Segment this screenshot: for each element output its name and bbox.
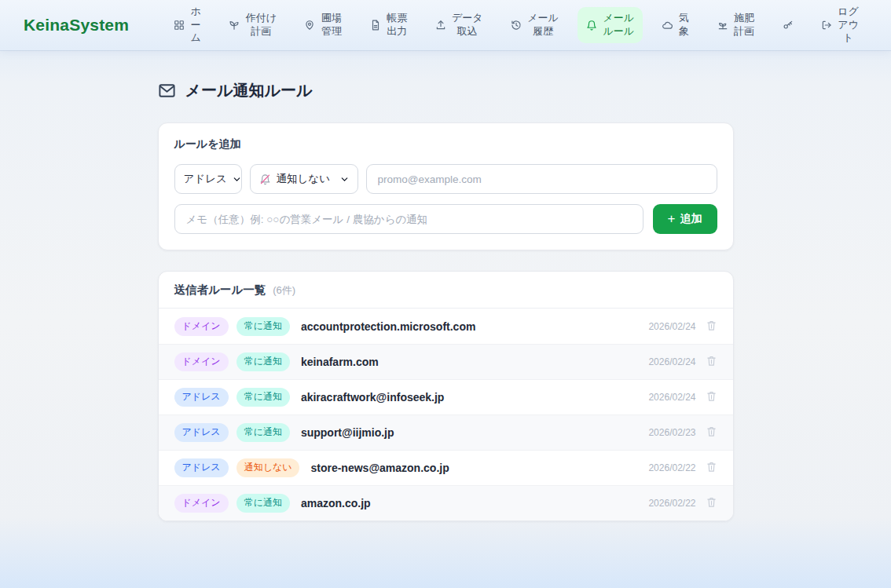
mail-icon [158,82,176,100]
nav-item-label: 帳票出力 [387,12,408,38]
nav-item-label: ログアウト [838,5,859,46]
rule-type-badge: アドレス [174,423,229,442]
page-header: メール通知ルール [158,80,734,101]
rule-action-badge: 常に通知 [236,388,290,407]
rule-date: 2026/02/23 [648,427,695,438]
nav-item-label: 施肥計画 [734,12,755,38]
nav-item-label: 作付け計画 [245,12,277,38]
trash-icon [706,390,717,404]
sender-rules-count: (6件) [273,283,295,298]
trash-icon [706,355,717,369]
grid-icon [174,20,185,31]
memo-input[interactable] [174,204,644,234]
sender-rules-card: 送信者ルール一覧 (6件) ドメイン 常に通知 accountprotectio… [158,271,734,521]
sender-rules-title: 送信者ルール一覧 [174,283,266,298]
rule-action-badge: 常に通知 [236,423,290,442]
nav-item-label: 気象 [678,12,689,38]
rule-address: accountprotection.microsoft.com [301,320,475,333]
page-title: メール通知ルール [185,80,313,101]
nav-item-logout[interactable]: ログアウト [812,1,867,50]
rule-address: keinafarm.com [301,356,379,368]
rule-type-badge: ドメイン [174,317,229,336]
nav-item-label: メールルール [603,12,634,38]
rule-action-badge: 常に通知 [236,352,290,371]
sender-rules-list: ドメイン 常に通知 accountprotection.microsoft.co… [159,309,733,520]
top-nav: KeinaSystem ホーム 作付け計画 圃場管理 帳票出力 データ取込 メー… [0,0,891,50]
nav-item-label: ホーム [190,5,201,46]
rule-row: ドメイン 常に通知 accountprotection.microsoft.co… [159,309,733,344]
chevron-down-icon [340,175,349,184]
cloud-icon [662,20,673,31]
trash-icon [706,425,717,440]
rule-row: アドレス 常に通知 support@iijmio.jp 2026/02/23 [159,415,733,450]
nav-item-home[interactable]: ホーム [165,1,210,50]
nav-item-label: メール履歴 [527,12,559,38]
rule-address: support@iijmio.jp [301,426,394,439]
rule-type-value: アドレス [184,172,227,186]
rule-row: アドレス 常に通知 akiracraftwork@infoseek.jp 202… [159,379,733,415]
plus-icon: + [668,212,676,225]
rule-action-select[interactable]: 通知しない [250,164,358,194]
history-icon [511,20,522,31]
upload-icon [435,20,446,31]
rule-type-badge: ドメイン [174,494,229,513]
rule-address: akiracraftwork@infoseek.jp [301,391,445,404]
nav-item-mail-history[interactable]: メール履歴 [502,7,567,43]
fertilizer-icon [717,20,728,31]
rule-action-badge: 常に通知 [236,494,290,513]
rule-row: ドメイン 常に通知 amazon.co.jp 2026/02/22 [159,485,733,520]
trash-icon [706,461,717,475]
add-rule-button[interactable]: + 追加 [653,204,717,234]
rule-date: 2026/02/24 [648,321,695,332]
rule-row: アドレス 通知しない store-news@amazon.co.jp 2026/… [159,450,733,485]
rule-action-value: 通知しない [277,172,330,186]
sprout-icon [229,20,240,31]
bell-icon [586,20,597,31]
rule-date: 2026/02/24 [648,356,695,367]
rule-date: 2026/02/22 [648,462,695,473]
logout-icon [821,20,832,31]
rule-type-select[interactable]: アドレス [174,164,242,194]
rule-action-badge: 常に通知 [236,317,290,336]
nav-item-weather[interactable]: 気象 [653,7,698,43]
trash-icon [706,320,717,334]
nav-item-password[interactable] [774,15,802,35]
delete-rule-button[interactable] [706,320,717,334]
nav-item-mail-rules[interactable]: メールルール [578,7,643,43]
delete-rule-button[interactable] [706,355,717,369]
key-icon [783,20,794,31]
rule-type-badge: アドレス [174,458,229,477]
delete-rule-button[interactable] [706,496,717,510]
document-icon [370,20,381,31]
add-rule-title: ルールを追加 [174,137,717,152]
nav-item-report-output[interactable]: 帳票出力 [361,7,416,43]
nav-item-data-import[interactable]: データ取込 [427,7,492,43]
rule-action-badge: 通知しない [236,458,300,477]
nav-item-fertilizer-plan[interactable]: 施肥計画 [709,7,764,43]
nav-item-label: データ取込 [452,12,483,38]
rule-type-badge: ドメイン [174,352,229,371]
nav-item-label: 圃場管理 [321,12,342,38]
nav-item-field-management[interactable]: 圃場管理 [295,7,350,43]
chevron-down-icon [233,175,241,184]
delete-rule-button[interactable] [706,461,717,475]
address-input[interactable] [366,164,717,194]
rule-address: store-news@amazon.co.jp [310,462,449,474]
brand-logo[interactable]: KeinaSystem [24,16,129,35]
rule-row: ドメイン 常に通知 keinafarm.com 2026/02/24 [159,344,733,379]
bell-slash-icon [259,173,271,185]
map-pin-icon [304,20,315,31]
rule-address: amazon.co.jp [301,497,371,509]
rule-date: 2026/02/22 [648,498,695,509]
delete-rule-button[interactable] [706,390,717,404]
rule-type-badge: アドレス [174,388,229,407]
main-nav: ホーム 作付け計画 圃場管理 帳票出力 データ取込 メール履歴 メールルール 気… [165,1,867,50]
delete-rule-button[interactable] [706,425,717,440]
nav-item-planting-plan[interactable]: 作付け計画 [220,7,285,43]
main-content: メール通知ルール ルールを追加 アドレス 通知しない + 追加 送信者ル [158,50,734,521]
add-rule-card: ルールを追加 アドレス 通知しない + 追加 [158,122,734,250]
trash-icon [706,496,717,510]
sender-rules-header: 送信者ルール一覧 (6件) [159,272,733,309]
rule-date: 2026/02/24 [648,392,695,403]
add-button-label: 追加 [680,212,702,226]
